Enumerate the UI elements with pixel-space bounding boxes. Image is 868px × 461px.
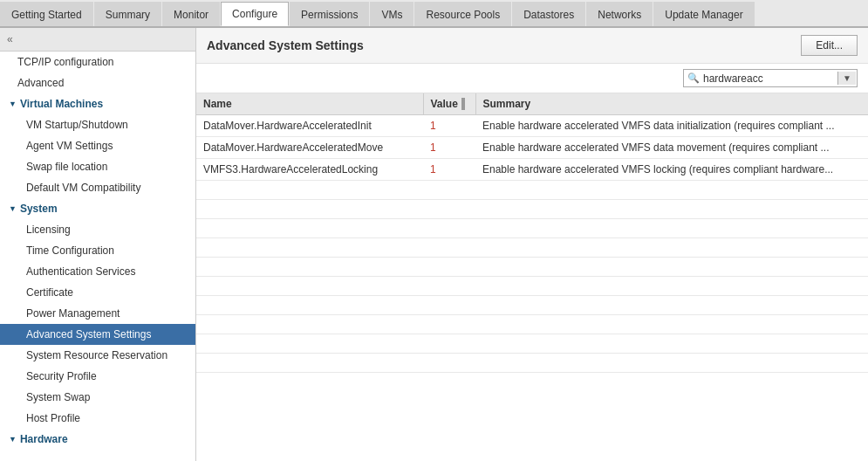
sidebar-item-tcp-ip[interactable]: TCP/IP configuration [0, 52, 195, 72]
sidebar-item-security-profile[interactable]: Security Profile [0, 366, 195, 387]
tab-update-manager[interactable]: Update Manager [653, 2, 754, 26]
empty-cell [196, 315, 423, 334]
triangle-icon-hardware: ▼ [9, 435, 17, 444]
search-bar: 🔍 ▼ [196, 64, 868, 93]
empty-cell [475, 296, 868, 315]
sidebar-item-system-swap[interactable]: System Swap [0, 387, 195, 408]
sidebar-item-host-profile[interactable]: Host Profile [0, 408, 195, 429]
edit-button[interactable]: Edit... [801, 35, 858, 56]
tab-summary[interactable]: Summary [94, 2, 161, 26]
content-area: Advanced System Settings Edit... 🔍 ▼ Nam… [196, 28, 868, 461]
section-label-hardware: Hardware [20, 433, 68, 445]
empty-cell [196, 258, 423, 277]
search-dropdown-arrow[interactable]: ▼ [837, 72, 856, 85]
sidebar-item-auth-services[interactable]: Authentication Services [0, 261, 195, 282]
table-row[interactable]: VMFS3.HardwareAcceleratedLocking1Enable … [196, 159, 868, 181]
col-header-name[interactable]: Name [196, 93, 423, 115]
sidebar-item-licensing[interactable]: Licensing [0, 219, 195, 240]
empty-cell [423, 238, 475, 258]
sidebar-item-default-vm[interactable]: Default VM Compatibility [0, 177, 195, 198]
col-header-summary[interactable]: Summary [475, 93, 868, 115]
section-label-virtual-machines: Virtual Machines [20, 98, 103, 110]
empty-cell [423, 334, 475, 354]
sidebar-toggle[interactable]: « [0, 28, 195, 52]
empty-cell [475, 181, 868, 200]
table-row-empty [196, 219, 868, 238]
sidebar-section-virtual-machines[interactable]: ▼ Virtual Machines [0, 93, 195, 114]
tab-configure[interactable]: Configure [221, 2, 289, 26]
empty-cell [423, 219, 475, 238]
table-row[interactable]: DataMover.HardwareAcceleratedMove1Enable… [196, 137, 868, 159]
tab-vms[interactable]: VMs [370, 2, 413, 26]
table-row-empty [196, 296, 868, 315]
col-header-value[interactable]: Value [423, 93, 475, 115]
sidebar-item-certificate[interactable]: Certificate [0, 282, 195, 303]
empty-cell [196, 219, 423, 238]
sidebar-item-sys-resource[interactable]: System Resource Reservation [0, 345, 195, 366]
search-wrapper: 🔍 ▼ [683, 69, 858, 87]
table-header-row: Name Value Summary [196, 93, 868, 115]
search-input[interactable] [703, 72, 834, 85]
empty-cell [423, 258, 475, 277]
tab-monitor[interactable]: Monitor [162, 2, 220, 26]
content-title: Advanced System Settings [207, 38, 364, 52]
collapse-icon: « [7, 33, 13, 45]
empty-cell [475, 200, 868, 219]
value-text-0: 1 [430, 120, 436, 132]
value-text-1: 1 [430, 141, 436, 154]
sidebar: « TCP/IP configuration Advanced ▼ Virtua… [0, 28, 196, 461]
cell-name-2: VMFS3.HardwareAcceleratedLocking [196, 159, 423, 181]
tab-networks[interactable]: Networks [586, 2, 653, 26]
sidebar-item-advanced[interactable]: Advanced [0, 72, 195, 93]
sidebar-item-vm-startup[interactable]: VM Startup/Shutdown [0, 114, 195, 135]
empty-cell [423, 315, 475, 334]
empty-cell [196, 296, 423, 315]
table-row-empty [196, 277, 868, 296]
sidebar-item-power-mgmt[interactable]: Power Management [0, 303, 195, 324]
table-row-empty [196, 258, 868, 277]
cell-summary-2: Enable hardware accelerated VMFS locking… [475, 159, 868, 181]
top-navigation: Getting Started Summary Monitor Configur… [0, 0, 868, 28]
tab-getting-started[interactable]: Getting Started [0, 2, 93, 26]
cell-summary-0: Enable hardware accelerated VMFS data in… [475, 115, 868, 137]
value-text-2: 1 [430, 163, 436, 175]
table-row-empty [196, 238, 868, 258]
table-row-empty [196, 200, 868, 219]
table-row-empty [196, 315, 868, 334]
col-resize-handle[interactable] [461, 98, 465, 110]
sidebar-item-swap-file[interactable]: Swap file location [0, 156, 195, 177]
empty-cell [423, 277, 475, 296]
tab-resource-pools[interactable]: Resource Pools [414, 2, 511, 26]
cell-value-1: 1 [423, 137, 475, 159]
empty-cell [196, 238, 423, 258]
cell-summary-1: Enable hardware accelerated VMFS data mo… [475, 137, 868, 159]
table-row-empty [196, 181, 868, 200]
cell-name-0: DataMover.HardwareAcceleratedInit [196, 115, 423, 137]
main-layout: « TCP/IP configuration Advanced ▼ Virtua… [0, 28, 868, 461]
table-row[interactable]: DataMover.HardwareAcceleratedInit1Enable… [196, 115, 868, 137]
empty-cell [423, 181, 475, 200]
empty-cell [475, 277, 868, 296]
empty-cell [475, 334, 868, 354]
sidebar-item-advanced-sys[interactable]: Advanced System Settings [0, 324, 195, 345]
empty-cell [423, 296, 475, 315]
sidebar-item-time-config[interactable]: Time Configuration [0, 240, 195, 261]
settings-table: Name Value Summary Da [196, 93, 868, 373]
empty-cell [423, 354, 475, 373]
empty-cell [475, 238, 868, 258]
empty-cell [196, 181, 423, 200]
empty-cell [196, 354, 423, 373]
table-row-empty [196, 354, 868, 373]
sidebar-item-agent-vm[interactable]: Agent VM Settings [0, 135, 195, 156]
empty-cell [475, 315, 868, 334]
empty-cell [196, 277, 423, 296]
table-container: Name Value Summary Da [196, 93, 868, 461]
sidebar-section-system[interactable]: ▼ System [0, 198, 195, 219]
tab-datastores[interactable]: Datastores [512, 2, 585, 26]
tab-permissions[interactable]: Permissions [290, 2, 369, 26]
sidebar-section-hardware[interactable]: ▼ Hardware [0, 429, 195, 450]
empty-cell [196, 334, 423, 354]
table-body: DataMover.HardwareAcceleratedInit1Enable… [196, 115, 868, 373]
search-icon: 🔍 [687, 72, 700, 84]
cell-name-1: DataMover.HardwareAcceleratedMove [196, 137, 423, 159]
